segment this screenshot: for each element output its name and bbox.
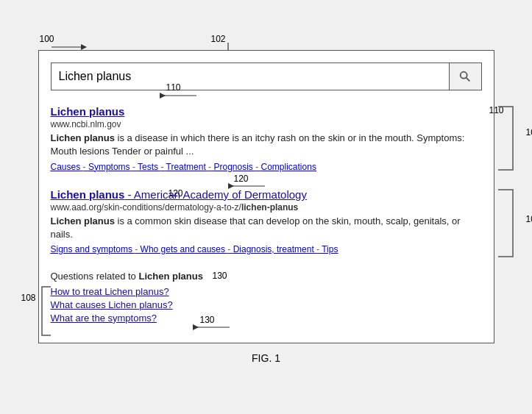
related-question-3[interactable]: What are the symptoms? (51, 313, 467, 324)
result-2-link-signs[interactable]: Signs and symptoms (51, 244, 132, 254)
related-title: Questions related to Lichen planus (51, 271, 467, 282)
result-1: Lichen planus www.ncbi.nlm.gov Lichen pl… (51, 105, 467, 171)
label-120-pos: 120 (234, 174, 249, 184)
result-1-title-text: Lichen planus (51, 105, 125, 118)
result-1-link-treatment[interactable]: Treatment (166, 162, 206, 172)
result-1-links: Causes - Symptoms - Tests - Treatment - … (51, 162, 467, 172)
search-button[interactable] (449, 63, 481, 90)
result-2-link-who[interactable]: Who gets and causes (141, 244, 225, 254)
result-1-snippet-bold: Lichen planus (51, 132, 115, 143)
result-2-links: Signs and symptoms - Who gets and causes… (51, 244, 467, 254)
result-group-2: 120 Lichen planus - American Academy of … (51, 188, 482, 254)
related-group: 130 Questions related to Lichen planus H… (51, 271, 482, 324)
svg-line-5 (467, 78, 470, 82)
result-1-title[interactable]: Lichen planus (51, 105, 467, 118)
label-130-pos: 130 (200, 315, 215, 325)
result-1-link-complications[interactable]: Complications (261, 162, 316, 172)
figure-label: FIG. 1 (38, 352, 494, 364)
svg-marker-9 (228, 183, 234, 189)
svg-marker-11 (193, 324, 199, 330)
bracket-104 (491, 105, 520, 171)
result-2: Lichen planus - American Academy of Derm… (51, 188, 467, 254)
search-results-panel: Lichen planus 110 Lichen planus w (38, 50, 494, 343)
bracket-106 (491, 188, 520, 258)
label-110-pos: 110 (166, 82, 181, 93)
related-question-2[interactable]: What causes Lichen planus? (51, 299, 467, 310)
related-prefix: Questions related to (51, 271, 139, 282)
results-area: 110 Lichen planus www.ncbi.nlm.gov Liche… (51, 105, 482, 324)
result-group-1: 110 Lichen planus www.ncbi.nlm.gov Liche… (51, 105, 482, 171)
label-106: 106 (525, 214, 532, 224)
result-2-link-diagnosis[interactable]: Diagnosis, treatment (233, 244, 314, 254)
svg-point-4 (461, 72, 467, 79)
related-questions: Questions related to Lichen planus How t… (51, 271, 467, 324)
result-2-url-bold: lichen-planus (241, 202, 298, 213)
result-1-link-symptoms[interactable]: Symptoms (88, 162, 130, 172)
result-2-link-tips[interactable]: Tips (322, 244, 338, 254)
result-1-url: www.ncbi.nlm.gov (51, 119, 467, 129)
result-2-title-suffix: - American Academy of Dermatology (124, 188, 307, 201)
result-2-snippet-bold: Lichen planus (51, 215, 115, 226)
result-1-link-prognosis[interactable]: Prognosis (213, 162, 252, 172)
result-1-link-tests[interactable]: Tests (138, 162, 158, 172)
search-bar: Lichen planus (51, 63, 482, 90)
result-1-link-causes[interactable]: Causes (51, 162, 81, 172)
search-icon (458, 70, 472, 83)
svg-marker-7 (160, 93, 166, 99)
search-input[interactable]: Lichen planus (52, 70, 449, 83)
result-2-url-text: www.aad.org/skin-conditions/dermatology-… (51, 202, 241, 213)
label-104: 104 (525, 127, 532, 138)
result-1-snippet: Lichen planus is a disease in which ther… (51, 132, 467, 158)
label-108: 108 (21, 293, 36, 303)
related-question-1[interactable]: How to treat Lichen planus? (51, 286, 467, 297)
result-2-title-bold: Lichen planus (51, 188, 125, 201)
svg-marker-1 (81, 44, 87, 50)
related-keyword: Lichen planus (138, 271, 202, 282)
result-2-snippet: Lichen planus is a common skin disease t… (51, 215, 467, 241)
bracket-108 (36, 285, 54, 337)
result-2-url: www.aad.org/skin-conditions/dermatology-… (51, 202, 467, 213)
